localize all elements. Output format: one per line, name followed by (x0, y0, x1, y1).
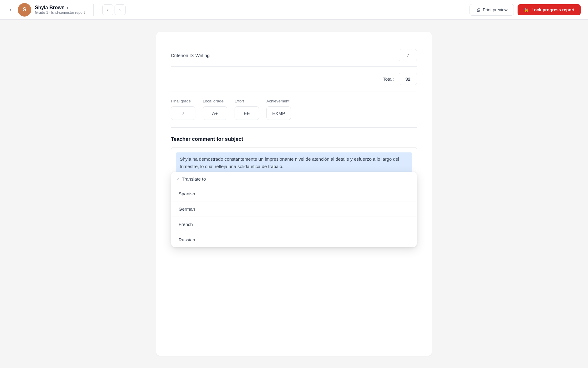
translate-title: Translate to (182, 176, 206, 182)
grade-column: Final grade 7 (171, 99, 195, 120)
student-name-row: Shyla Brown ▾ (35, 5, 85, 10)
header-right: 🖨 Print preview 🔒 Lock progress report (469, 4, 581, 16)
translate-back-icon[interactable]: ‹ (177, 177, 179, 182)
report-card: Criterion D: Writing 7 Total: 32 Final g… (156, 32, 432, 356)
language-item[interactable]: German (171, 201, 417, 217)
grade-col-label: Effort (235, 99, 259, 103)
student-info: Shyla Brown ▾ Grade 1 · End-semester rep… (35, 5, 85, 15)
comment-section: Teacher comment for subject Shyla ha dem… (171, 128, 417, 178)
translate-dropdown: ‹ Translate to SpanishGermanFrenchRussia… (171, 172, 417, 247)
main-content: Criterion D: Writing 7 Total: 32 Final g… (0, 20, 588, 368)
language-item[interactable]: French (171, 217, 417, 232)
language-item[interactable]: Russian (171, 232, 417, 247)
nav-divider (93, 4, 94, 16)
lock-icon: 🔒 (524, 7, 529, 12)
comment-text[interactable]: Shyla ha demostrado constantemente un im… (176, 152, 412, 173)
nav-arrows: ‹ › (102, 4, 126, 15)
lock-progress-report-button[interactable]: 🔒 Lock progress report (518, 4, 581, 15)
print-label: Print preview (483, 7, 507, 12)
print-icon: 🖨 (476, 7, 480, 12)
grade-column: Effort EE (235, 99, 259, 120)
translate-header[interactable]: ‹ Translate to (171, 172, 417, 186)
student-dropdown-icon[interactable]: ▾ (66, 6, 68, 10)
student-subtitle: Grade 1 · End-semester report (35, 10, 85, 15)
lock-label: Lock progress report (531, 7, 575, 12)
grade-col-label: Final grade (171, 99, 195, 103)
language-list: SpanishGermanFrenchRussian (171, 186, 417, 247)
header-left: ‹ S Shyla Brown ▾ Grade 1 · End-semester… (7, 3, 126, 17)
grade-col-label: Achievement (266, 99, 291, 103)
comment-section-title: Teacher comment for subject (171, 136, 417, 142)
grade-column: Local grade A+ (203, 99, 227, 120)
print-preview-button[interactable]: 🖨 Print preview (469, 4, 514, 16)
comment-box: Shyla ha demostrado constantemente un im… (171, 147, 417, 178)
criterion-d-label: Criterion D: Writing (171, 53, 209, 58)
grades-section: Final grade 7 Local grade A+ Effort EE A… (171, 91, 417, 128)
back-button[interactable]: ‹ (7, 5, 14, 14)
total-score: 32 (399, 73, 417, 85)
criterion-d-score: 7 (399, 49, 417, 61)
avatar: S (18, 3, 31, 17)
grade-column: Achievement EXMP (266, 99, 291, 120)
grade-value: EXMP (266, 106, 291, 120)
language-item[interactable]: Spanish (171, 186, 417, 201)
criterion-d-row: Criterion D: Writing 7 (171, 44, 417, 67)
student-name-text: Shyla Brown (35, 5, 65, 10)
total-row: Total: 32 (171, 67, 417, 91)
nav-prev-button[interactable]: ‹ (102, 4, 113, 15)
grades-grid: Final grade 7 Local grade A+ Effort EE A… (171, 99, 417, 120)
grade-value: 7 (171, 106, 195, 120)
grade-col-label: Local grade (203, 99, 227, 103)
grade-value: EE (235, 106, 259, 120)
nav-next-button[interactable]: › (115, 4, 126, 15)
total-label: Total: (383, 76, 394, 82)
app-header: ‹ S Shyla Brown ▾ Grade 1 · End-semester… (0, 0, 588, 20)
grade-value: A+ (203, 106, 227, 120)
